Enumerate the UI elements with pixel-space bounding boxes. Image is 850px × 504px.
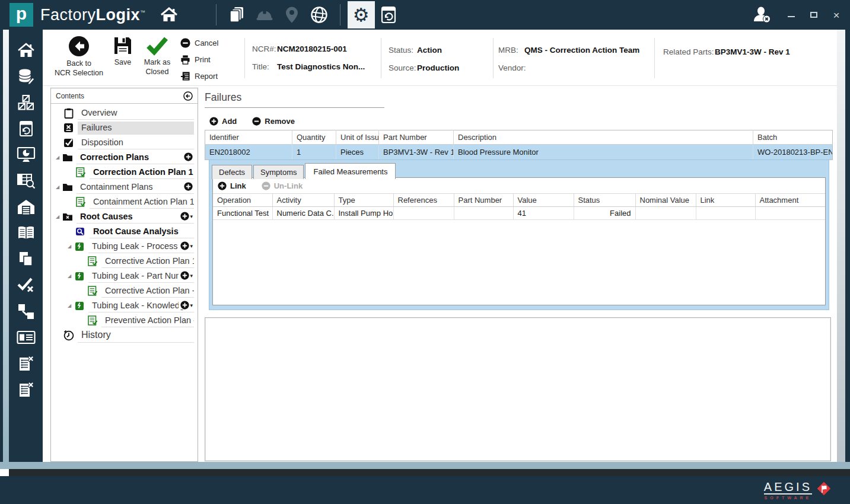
minimize-button[interactable]	[784, 7, 799, 23]
mark-as-closed-button[interactable]: Mark asClosed	[139, 36, 175, 76]
contents-tree: Overview Failures Disposition ◢ Correcti…	[51, 104, 198, 343]
data-editor-icon[interactable]	[14, 66, 38, 87]
report-button[interactable]: Report	[180, 69, 218, 82]
add-plan-button[interactable]: ▾	[179, 241, 193, 250]
column-header[interactable]: Activity	[272, 194, 334, 207]
remove-failure-button[interactable]: Remove	[252, 117, 295, 126]
tree-item-root-causes[interactable]: ◢ Root Causes ▾	[51, 209, 198, 224]
tab-symptoms[interactable]: Symptoms	[253, 165, 304, 179]
documents-icon[interactable]	[224, 1, 251, 28]
action-plan-icon	[87, 256, 98, 267]
add-plan-button[interactable]: ▾	[179, 301, 193, 310]
column-header[interactable]: Part Number	[379, 130, 454, 145]
home-icon[interactable]	[155, 1, 183, 28]
transfer-icon[interactable]	[14, 301, 38, 321]
cancel-button[interactable]: Cancel	[180, 36, 218, 49]
column-header[interactable]: Description	[454, 130, 753, 145]
expander-icon[interactable]: ◢	[55, 184, 61, 190]
scrollbar-track[interactable]	[837, 30, 845, 462]
cell-quantity: 1	[292, 145, 336, 160]
location-pin-icon[interactable]	[278, 1, 305, 28]
column-header[interactable]: Attachment	[755, 194, 825, 207]
collapse-panel-icon[interactable]	[183, 91, 193, 101]
column-header[interactable]: Identifier	[205, 130, 292, 145]
column-header[interactable]: Link	[696, 194, 755, 207]
link-button[interactable]: Link	[218, 181, 246, 190]
settings-gear-icon[interactable]: ⚙	[348, 1, 375, 28]
hardhat-icon[interactable]	[251, 1, 278, 28]
failures-header-row: Identifier Quantity Unit of Issue Part N…	[205, 130, 833, 145]
unlink-button[interactable]: Un-Link	[262, 181, 303, 190]
close-button[interactable]: ×	[829, 7, 844, 23]
column-header[interactable]: Nominal Value	[635, 194, 696, 207]
back-to-ncr-selection-button[interactable]: Back toNCR Selection	[55, 36, 103, 78]
dashboard-monitor-icon[interactable]	[14, 145, 38, 165]
column-header[interactable]: Type	[334, 194, 393, 207]
tree-item-corrective-action-plan-1[interactable]: Corrective Action Plan 1	[51, 254, 198, 269]
documents-copy-icon[interactable]	[14, 249, 38, 269]
warehouse-icon[interactable]	[14, 197, 38, 217]
column-header[interactable]: Part Number	[454, 194, 513, 207]
tab-failed-measurements[interactable]: Failed Measurements	[305, 163, 396, 179]
expander-icon[interactable]: ◢	[66, 303, 72, 308]
add-containment-plan-button[interactable]	[182, 182, 193, 191]
measurement-row[interactable]: Functional Test Numeric Data C... Instal…	[213, 207, 825, 220]
column-header[interactable]: Value	[513, 194, 574, 207]
device-history-icon[interactable]	[375, 1, 402, 28]
column-header[interactable]: References	[393, 194, 454, 207]
notes-panel[interactable]	[205, 317, 831, 461]
tree-item-root-cause-analysis[interactable]: Root Cause Analysis	[51, 224, 198, 239]
data-search-icon[interactable]	[14, 171, 38, 191]
print-button[interactable]: Print	[180, 53, 218, 66]
tree-item-tubing-leak-process[interactable]: ◢ Tubing Leak - Process R... ▾	[51, 239, 198, 254]
save-button[interactable]: Save	[110, 36, 136, 68]
column-header[interactable]: Unit of Issue	[336, 130, 379, 145]
column-header[interactable]: Quantity	[292, 130, 336, 145]
packages-icon[interactable]	[14, 92, 38, 113]
documentation-icon[interactable]	[14, 223, 38, 243]
column-header[interactable]: Status	[574, 194, 635, 207]
ncr-list-alt-icon[interactable]	[14, 379, 38, 400]
tab-defects[interactable]: Defects	[212, 165, 252, 179]
tree-item-containment-plans[interactable]: ◢ Containment Plans	[51, 180, 198, 194]
id-card-icon[interactable]	[14, 327, 38, 347]
folder-x-icon	[62, 211, 73, 222]
quality-check-icon[interactable]	[14, 275, 38, 295]
maximize-button[interactable]	[806, 7, 822, 23]
ncr-list-icon[interactable]	[14, 353, 38, 374]
contents-panel: Contents Overview Failures Disposition	[50, 88, 198, 462]
tree-item-tubing-leak-knowledge[interactable]: ◢ Tubing Leak - Knowledg... ▾	[51, 298, 198, 313]
expander-icon[interactable]: ◢	[66, 244, 72, 249]
tree-item-history[interactable]: History	[51, 328, 198, 343]
add-failure-button[interactable]: Add	[209, 117, 237, 126]
failure-row-selected[interactable]: EN2018002 1 Pieces BP3MV1-3W - Rev 1 Blo…	[205, 145, 833, 160]
check-icon	[146, 36, 168, 56]
tree-item-corrective-action-plan-cr[interactable]: Corrective Action Plan - Cr...	[51, 283, 198, 298]
measurements-panel: Link Un-Link Operation Activity Type	[212, 177, 826, 305]
add-root-cause-button[interactable]: ▾	[179, 212, 193, 221]
home-nav-icon[interactable]	[14, 40, 38, 60]
document-history-icon[interactable]	[14, 119, 38, 139]
expander-icon[interactable]: ◢	[55, 155, 61, 160]
tree-item-disposition[interactable]: Disposition	[51, 135, 198, 150]
expander-icon[interactable]: ◢	[66, 273, 72, 279]
cell-part-number	[454, 207, 513, 220]
tree-item-correction-action-plan-1[interactable]: Correction Action Plan 1	[51, 165, 198, 180]
remove-icon	[252, 117, 261, 126]
column-header[interactable]: Batch	[753, 130, 833, 145]
add-plan-button[interactable]: ▾	[179, 271, 193, 280]
user-logout-icon[interactable]	[749, 1, 776, 28]
link-add-icon	[218, 181, 227, 190]
tree-item-failures[interactable]: Failures	[51, 120, 198, 135]
back-icon	[68, 36, 90, 57]
tree-item-overview[interactable]: Overview	[51, 106, 198, 120]
contents-header: Contents	[51, 88, 198, 104]
globe-icon[interactable]	[305, 1, 333, 28]
column-header[interactable]: Operation	[213, 194, 272, 207]
tree-item-containment-action-plan-1[interactable]: Containment Action Plan 1	[51, 194, 198, 209]
tree-item-preventive-action-plan-k[interactable]: Preventive Action Plan - K...	[51, 313, 198, 328]
tree-item-tubing-leak-part-number[interactable]: ◢ Tubing Leak - Part Num... ▾	[51, 269, 198, 283]
add-correction-plan-button[interactable]	[182, 152, 193, 161]
tree-item-correction-plans[interactable]: ◢ Correction Plans	[51, 150, 198, 165]
expander-icon[interactable]: ◢	[55, 214, 61, 219]
